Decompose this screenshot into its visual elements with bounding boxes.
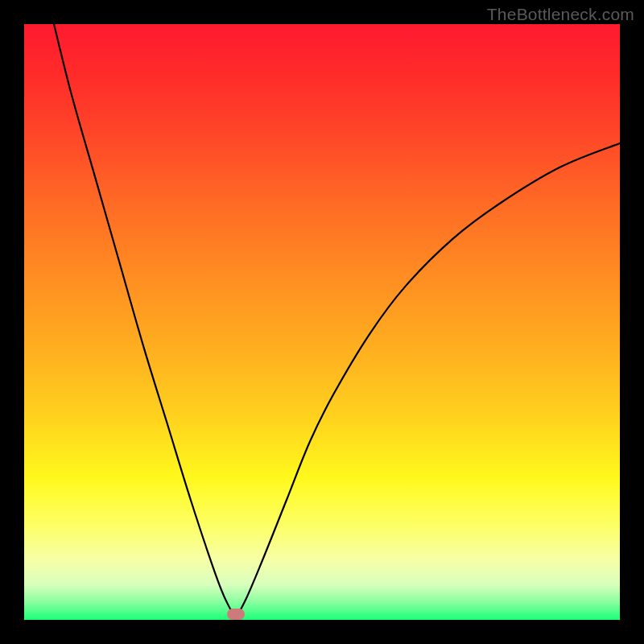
chart-frame xyxy=(24,24,620,620)
watermark-text: TheBottleneck.com xyxy=(487,5,634,24)
chart-gradient-background xyxy=(24,24,620,620)
minimum-marker xyxy=(227,609,245,620)
